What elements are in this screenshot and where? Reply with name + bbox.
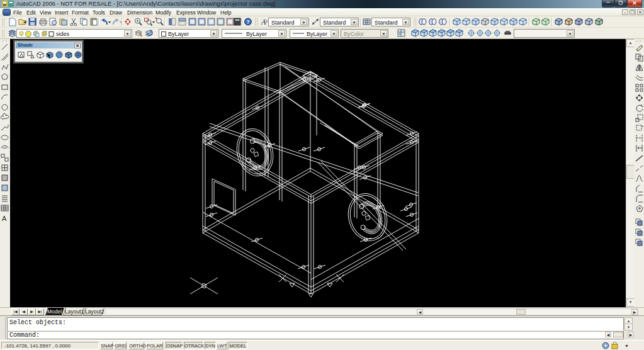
svg-text:?: ? [246,19,250,25]
svg-text:A: A [261,18,266,26]
svg-text:A: A [2,215,7,222]
